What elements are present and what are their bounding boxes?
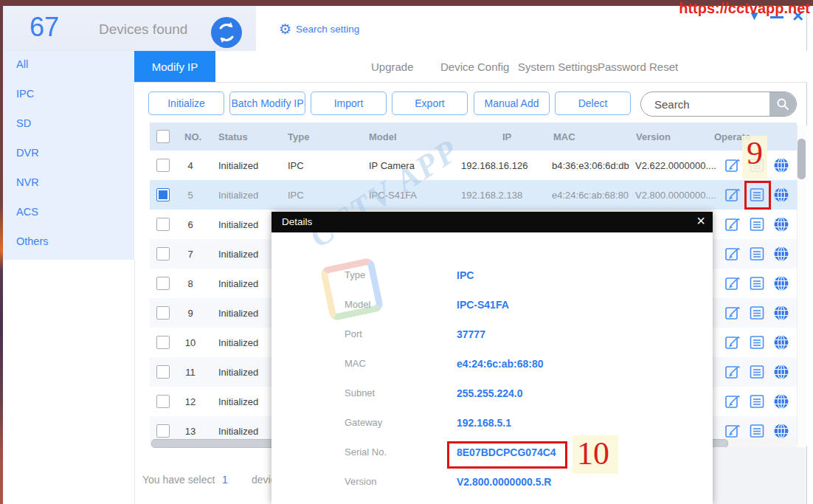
sidebar-item-ipc[interactable]: IPC: [16, 88, 34, 103]
web-icon[interactable]: [773, 157, 789, 173]
tab-modify-ip[interactable]: Modify IP: [134, 51, 215, 82]
search-setting-button[interactable]: ⚙ Search setting: [279, 22, 359, 36]
details-icon[interactable]: [749, 305, 765, 321]
row-checkbox[interactable]: [156, 395, 170, 408]
web-icon[interactable]: [773, 305, 789, 321]
edit-icon[interactable]: [724, 334, 741, 351]
cell-ip: 192.168.16.126: [461, 160, 527, 171]
row-checkbox[interactable]: [156, 277, 170, 290]
detail-label: Version: [345, 476, 376, 487]
edit-icon[interactable]: [724, 187, 741, 203]
details-icon[interactable]: [749, 334, 765, 351]
detail-value: V2.800.0000000.5.R: [457, 476, 551, 488]
cell-status: Initialized: [218, 426, 258, 437]
row-checkbox[interactable]: [156, 188, 170, 201]
gear-icon: ⚙: [279, 22, 291, 36]
row-checkbox[interactable]: [156, 365, 170, 379]
import-button[interactable]: Import: [311, 92, 387, 115]
detail-field-port: Port37777: [271, 328, 713, 343]
tab-device-config[interactable]: Device Config: [440, 51, 509, 82]
panel-footer-fill: [713, 447, 806, 504]
row-checkbox[interactable]: [156, 424, 170, 438]
detail-label: Type: [345, 269, 365, 280]
annotation-box-details-icon: [744, 181, 771, 210]
sidebar-item-dvr[interactable]: DVR: [16, 147, 39, 162]
details-modal: CCTV APP Details × TypeIPCModelIPC-S41FA…: [271, 212, 713, 504]
detail-value: e4:24:6c:ab:68:80: [457, 358, 544, 370]
sidebar-item-nvr[interactable]: NVR: [16, 176, 39, 191]
detail-label: Subnet: [345, 387, 375, 398]
app-window: 67 Devices found ⚙ Search setting ▼ × Mo…: [0, 0, 813, 504]
search-button[interactable]: [769, 92, 796, 116]
cell-no: 11: [179, 367, 201, 378]
refresh-icon: [211, 17, 242, 48]
edit-icon[interactable]: [724, 423, 741, 439]
column-header-mac: MAC: [553, 131, 575, 142]
edit-icon[interactable]: [724, 364, 741, 380]
web-icon[interactable]: [773, 393, 789, 410]
cell-no: 4: [179, 160, 201, 171]
details-icon[interactable]: [749, 364, 765, 380]
edit-icon[interactable]: [724, 216, 741, 232]
edit-icon[interactable]: [724, 246, 741, 262]
initialize-button[interactable]: Initialize: [148, 92, 224, 115]
refresh-button[interactable]: [211, 17, 242, 48]
web-icon[interactable]: [773, 275, 789, 291]
sidebar-item-acs[interactable]: ACS: [16, 206, 38, 221]
details-icon[interactable]: [749, 423, 765, 439]
tab-password-reset[interactable]: Password Reset: [598, 51, 678, 82]
devices-found-label: Devices found: [99, 21, 187, 38]
device-count: 67: [30, 12, 59, 43]
column-header-type: Type: [288, 131, 309, 142]
web-icon[interactable]: [773, 246, 789, 262]
detail-field-version: VersionV2.800.0000000.5.R: [271, 476, 713, 491]
cell-ip: 192.168.2.138: [461, 190, 522, 201]
edit-icon[interactable]: [724, 305, 741, 321]
modal-close-icon[interactable]: ×: [696, 213, 705, 229]
selected-count: 1: [222, 474, 228, 486]
detail-value: 255.255.224.0: [457, 387, 523, 399]
column-header-model: Model: [369, 131, 397, 142]
row-checkbox[interactable]: [156, 306, 170, 320]
search-input[interactable]: [653, 92, 767, 116]
details-icon[interactable]: [749, 275, 765, 291]
sidebar-item-others[interactable]: Others: [16, 235, 49, 250]
tab-system-settings[interactable]: System Settings: [518, 51, 598, 82]
web-icon[interactable]: [773, 187, 789, 203]
cell-status: Initialized: [218, 219, 258, 230]
cell-no: 7: [179, 249, 201, 260]
details-icon[interactable]: [749, 393, 765, 410]
row-checkbox[interactable]: [156, 218, 170, 231]
batch-modify-ip-button[interactable]: Batch Modify IP: [229, 92, 305, 115]
url-overlay-text: https://cctvapp.net: [679, 0, 810, 17]
edit-icon[interactable]: [724, 157, 741, 173]
cell-no: 9: [179, 308, 201, 319]
detail-value: IPC-S41FA: [457, 299, 509, 311]
table-row[interactable]: 5InitializedIPCIPC-S41FA192.168.2.138e4:…: [150, 180, 797, 210]
web-icon[interactable]: [773, 364, 789, 380]
cell-status: Initialized: [218, 396, 258, 407]
edit-icon[interactable]: [724, 275, 741, 291]
details-modal-title: Details: [282, 216, 312, 227]
detail-label: MAC: [345, 358, 366, 369]
vertical-scrollbar-thumb[interactable]: [798, 139, 806, 179]
export-button[interactable]: Export: [392, 92, 468, 115]
web-icon[interactable]: [773, 334, 789, 351]
web-icon[interactable]: [773, 216, 789, 232]
sidebar-item-all[interactable]: All: [16, 58, 28, 73]
row-checkbox[interactable]: [156, 247, 170, 260]
web-icon[interactable]: [773, 423, 789, 439]
detail-value: 192.168.5.1: [457, 417, 511, 429]
tab-upgrade[interactable]: Upgrade: [371, 51, 414, 82]
sidebar-item-sd[interactable]: SD: [16, 117, 31, 132]
cell-status: Initialized: [218, 249, 258, 260]
delect-button[interactable]: Delect: [555, 92, 631, 115]
details-icon[interactable]: [749, 216, 765, 232]
row-checkbox[interactable]: [156, 159, 170, 172]
select-all-checkbox[interactable]: [156, 130, 170, 143]
row-checkbox[interactable]: [156, 336, 170, 349]
edit-icon[interactable]: [724, 393, 741, 410]
search-box: [640, 92, 797, 117]
detail-field-mac: MACe4:24:6c:ab:68:80: [271, 358, 713, 373]
details-icon[interactable]: [749, 246, 765, 262]
